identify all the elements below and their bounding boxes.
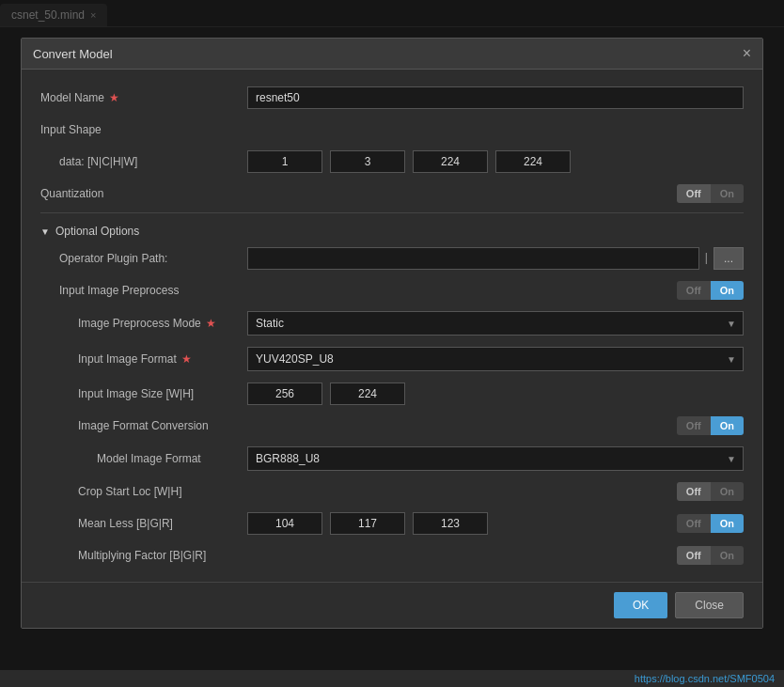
- dialog-overlay: Convert Model × Model Name ★ Input Shape: [0, 0, 784, 27]
